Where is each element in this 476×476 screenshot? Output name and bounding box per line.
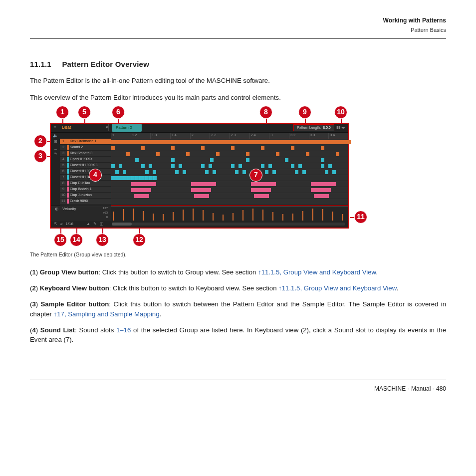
note[interactable] <box>314 194 329 198</box>
sound-row[interactable]: 5ClosedHH 909X 1 <box>60 163 111 169</box>
note[interactable] <box>261 164 264 168</box>
note[interactable] <box>127 176 131 180</box>
beat-tab[interactable]: Beat ▾ <box>59 124 109 131</box>
note[interactable] <box>211 140 231 144</box>
timeline-ruler[interactable]: 11.21.31.422.22.32.433.23.33.4 <box>111 133 348 139</box>
note[interactable] <box>123 176 127 180</box>
note[interactable] <box>126 152 130 156</box>
note[interactable] <box>238 164 242 168</box>
keyboard-view-button[interactable]: ⎯ <box>51 145 60 151</box>
note[interactable] <box>179 164 182 168</box>
note[interactable] <box>171 146 175 150</box>
note[interactable] <box>321 146 324 150</box>
note[interactable] <box>213 170 216 174</box>
note[interactable] <box>336 152 339 156</box>
note[interactable] <box>135 158 139 162</box>
note[interactable] <box>235 170 238 174</box>
note[interactable] <box>111 164 115 168</box>
note[interactable] <box>153 176 157 180</box>
sound-list[interactable]: 1Kick Ordinance 12Sound 23Kick Smooth 34… <box>60 139 111 206</box>
note[interactable] <box>306 152 309 156</box>
note[interactable] <box>210 158 214 162</box>
expand-icon[interactable]: ⇱ <box>54 221 57 227</box>
mute-icon[interactable]: 🔈 <box>51 133 60 139</box>
sound-row[interactable]: 2Sound 2 <box>60 145 111 151</box>
note[interactable] <box>111 146 115 150</box>
sample-editor-button[interactable]: ∿ <box>51 151 60 157</box>
velocity-lane[interactable]: ◐ Velocity 127 +63 0 <box>51 206 348 221</box>
note[interactable] <box>311 140 331 144</box>
note[interactable] <box>251 188 271 192</box>
group-view-button[interactable]: ⊞ <box>51 139 60 145</box>
note[interactable] <box>265 170 268 174</box>
note[interactable] <box>216 152 220 156</box>
pencil-tool-icon[interactable]: ✎ <box>93 221 97 227</box>
xref-link[interactable]: 1–16 <box>116 326 131 334</box>
note[interactable] <box>298 164 302 168</box>
note[interactable] <box>131 188 151 192</box>
note[interactable] <box>131 176 135 180</box>
note[interactable] <box>321 164 324 168</box>
note[interactable] <box>131 140 151 144</box>
sound-row[interactable]: 4OpenHH 909X <box>60 157 111 163</box>
note[interactable] <box>251 182 276 186</box>
note[interactable] <box>285 158 288 162</box>
sound-row[interactable]: 10Clap Junkzion <box>60 193 111 199</box>
sound-row[interactable]: 3Kick Smooth 3 <box>60 151 111 157</box>
note[interactable] <box>261 146 264 150</box>
note[interactable] <box>201 146 205 150</box>
note[interactable] <box>141 164 145 168</box>
note[interactable] <box>145 176 149 180</box>
note[interactable] <box>268 164 272 168</box>
note[interactable] <box>131 182 156 186</box>
automation-icon[interactable]: ◐ <box>55 206 58 212</box>
sound-row[interactable]: 6ClosedHH 909X 2 <box>60 169 111 175</box>
note[interactable] <box>311 188 331 192</box>
note[interactable] <box>328 164 332 168</box>
xref-link[interactable]: ↑17, Sampling and Sample Mapping <box>54 310 160 318</box>
note[interactable] <box>201 164 205 168</box>
note[interactable] <box>134 194 149 198</box>
note[interactable] <box>254 194 269 198</box>
note[interactable] <box>272 170 276 174</box>
pattern-selector[interactable]: Pattern 2 <box>112 124 142 132</box>
sound-row[interactable]: 11Crash 909X <box>60 199 111 205</box>
note[interactable] <box>153 170 156 174</box>
note[interactable] <box>191 188 211 192</box>
pointer-tool-icon[interactable]: ▲ <box>86 221 90 227</box>
event-area[interactable] <box>111 139 348 206</box>
step-value[interactable]: 1/16 <box>65 221 73 227</box>
note[interactable] <box>311 182 336 186</box>
note[interactable] <box>242 170 246 174</box>
note[interactable] <box>141 146 145 150</box>
note[interactable] <box>171 140 191 144</box>
note[interactable] <box>111 176 115 180</box>
erase-tool-icon[interactable]: ◫ <box>100 221 104 227</box>
note[interactable] <box>175 170 179 174</box>
note[interactable] <box>194 194 209 198</box>
note[interactable] <box>156 152 160 156</box>
note[interactable] <box>325 170 328 174</box>
note[interactable] <box>332 170 336 174</box>
note[interactable] <box>123 170 126 174</box>
signal-icon[interactable]: ▮▮ ◂▸ <box>336 125 345 131</box>
sound-row[interactable]: 7ClosedHH BagBap <box>60 175 111 181</box>
note[interactable] <box>209 164 212 168</box>
note[interactable] <box>119 176 123 180</box>
note[interactable] <box>295 170 298 174</box>
note[interactable] <box>276 152 279 156</box>
note[interactable] <box>331 140 351 144</box>
note[interactable] <box>111 140 131 144</box>
note[interactable] <box>141 176 145 180</box>
note[interactable] <box>171 164 175 168</box>
note[interactable] <box>246 158 249 162</box>
note[interactable] <box>191 182 216 186</box>
note[interactable] <box>231 140 251 144</box>
note[interactable] <box>183 170 186 174</box>
note[interactable] <box>115 176 119 180</box>
note[interactable] <box>291 146 294 150</box>
note[interactable] <box>191 140 211 144</box>
note[interactable] <box>246 152 249 156</box>
xref-link[interactable]: ↑11.1.5, Group View and Keyboard View <box>278 284 396 292</box>
note[interactable] <box>145 170 149 174</box>
